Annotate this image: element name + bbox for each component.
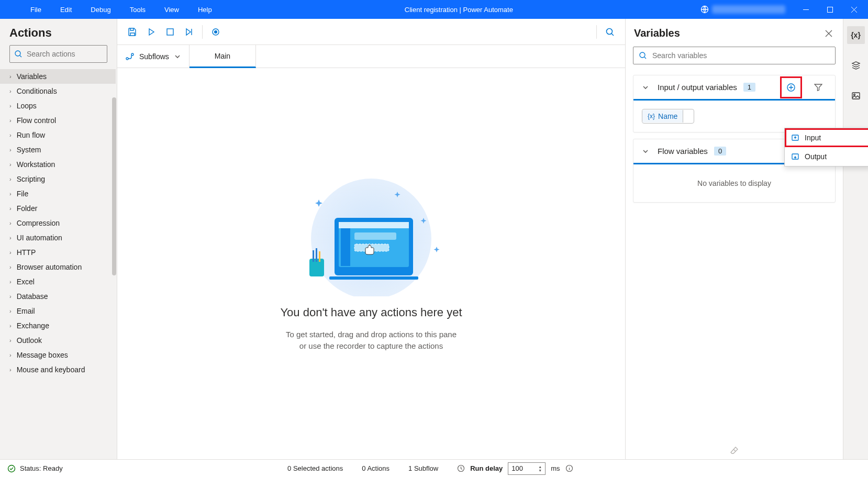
action-group-http[interactable]: ›HTTP [0, 245, 116, 260]
close-panel-icon[interactable] [823, 28, 834, 39]
actions-search-input[interactable] [27, 50, 118, 58]
action-group-email[interactable]: ›Email [0, 304, 116, 318]
actions-header: Actions [0, 19, 117, 45]
delay-spinner[interactable]: ▲▼ [538, 465, 542, 472]
filter-variables-button[interactable] [808, 77, 829, 98]
action-group-message-boxes[interactable]: ›Message boxes [0, 348, 116, 362]
action-group-compression[interactable]: ›Compression [0, 216, 116, 230]
action-group-mouse-keyboard[interactable]: ›Mouse and keyboard [0, 362, 116, 377]
minimize-button[interactable] [794, 0, 818, 19]
action-group-ui-automation[interactable]: ›UI automation [0, 230, 116, 245]
chevron-right-icon: › [9, 264, 12, 270]
subflows-icon [126, 52, 134, 61]
menu-view[interactable]: View [155, 0, 188, 19]
chevron-right-icon: › [9, 205, 12, 212]
menu-tools[interactable]: Tools [120, 0, 155, 19]
maximize-button[interactable] [818, 0, 842, 19]
action-group-excel[interactable]: ›Excel [0, 274, 116, 289]
action-group-conditionals[interactable]: ›Conditionals [0, 84, 116, 98]
menu-help[interactable]: Help [188, 0, 221, 19]
add-variable-button[interactable] [781, 77, 802, 98]
chevron-right-icon: › [9, 337, 12, 343]
action-group-scripting[interactable]: ›Scripting [0, 172, 116, 186]
subflows-label: Subflows [139, 52, 169, 61]
info-icon[interactable] [565, 464, 573, 472]
variables-search-input[interactable] [652, 51, 830, 60]
chevron-right-icon: › [9, 176, 12, 182]
environment-badge[interactable] [696, 4, 789, 15]
toolbar-separator [202, 25, 203, 39]
record-button[interactable] [207, 23, 225, 41]
action-group-flow-control[interactable]: ›Flow control [0, 113, 116, 128]
menu-edit[interactable]: Edit [51, 0, 81, 19]
chevron-down-icon[interactable] [640, 83, 651, 92]
chevron-right-icon: › [9, 147, 12, 153]
action-group-system[interactable]: ›System [0, 142, 116, 157]
chevron-right-icon: › [9, 103, 12, 109]
actions-panel: Actions ›Variables ›Conditionals ›Loops … [0, 19, 117, 459]
title-bar: File Edit Debug Tools View Help Client r… [0, 0, 868, 19]
variable-chip-name[interactable]: {x} Name [642, 109, 694, 124]
step-button[interactable] [180, 23, 198, 41]
designer-canvas[interactable]: You don't have any actions here yet To g… [117, 68, 625, 459]
subflow-tabs: Subflows Main [117, 45, 625, 68]
empty-state-title: You don't have any actions here yet [280, 306, 462, 319]
chevron-right-icon: › [9, 279, 12, 285]
window-controls [794, 0, 866, 19]
rail-images-button[interactable] [847, 87, 865, 105]
action-group-exchange[interactable]: ›Exchange [0, 318, 116, 333]
svg-rect-3 [167, 29, 173, 35]
run-delay-label: Run delay [470, 464, 503, 472]
add-output-variable[interactable]: Output [785, 147, 868, 166]
search-flow-button[interactable] [601, 23, 619, 41]
rail-variables-button[interactable]: {x} [847, 26, 865, 44]
io-variables-label: Input / output variables [658, 83, 737, 92]
io-variables-section: Input / output variables 1 {x} Name [633, 75, 836, 132]
svg-rect-20 [319, 251, 320, 262]
spinner-down-icon[interactable]: ▼ [538, 469, 542, 472]
variables-search[interactable] [633, 47, 836, 64]
right-rail: {x} [843, 19, 868, 459]
stop-button[interactable] [161, 23, 179, 41]
action-group-file[interactable]: ›File [0, 186, 116, 201]
run-delay-input[interactable]: 100 ▲▼ [508, 462, 546, 475]
eraser-icon[interactable] [730, 446, 739, 455]
chevron-down-icon[interactable] [640, 147, 651, 156]
run-button[interactable] [142, 23, 160, 41]
action-group-folder[interactable]: ›Folder [0, 201, 116, 216]
save-button[interactable] [124, 23, 141, 41]
actions-tree[interactable]: ›Variables ›Conditionals ›Loops ›Flow co… [0, 69, 117, 459]
action-group-outlook[interactable]: ›Outlook [0, 333, 116, 348]
close-button[interactable] [842, 0, 866, 19]
tab-main[interactable]: Main [190, 45, 256, 68]
input-icon [791, 134, 799, 142]
svg-point-8 [131, 53, 133, 56]
action-group-variables[interactable]: ›Variables [0, 69, 116, 84]
menu-file[interactable]: File [21, 0, 51, 19]
chevron-right-icon: › [9, 235, 12, 241]
flow-variables-count: 0 [714, 147, 726, 156]
subflows-dropdown[interactable]: Subflows [117, 45, 190, 68]
output-icon [791, 152, 799, 161]
status-actions-count: 0 Actions [362, 464, 390, 472]
rail-ui-elements-button[interactable] [847, 57, 865, 74]
chevron-right-icon: › [9, 352, 12, 358]
spinner-up-icon[interactable]: ▲ [538, 465, 542, 469]
action-group-database[interactable]: ›Database [0, 289, 116, 304]
action-group-run-flow[interactable]: ›Run flow [0, 128, 116, 142]
status-bar: Status: Ready 0 Selected actions 0 Actio… [0, 459, 868, 477]
svg-point-6 [607, 28, 613, 34]
action-group-browser-automation[interactable]: ›Browser automation [0, 260, 116, 274]
variable-chip-label: Name [658, 112, 677, 120]
action-group-workstation[interactable]: ›Workstation [0, 157, 116, 172]
chevron-right-icon: › [9, 220, 12, 226]
actions-scrollbar[interactable] [112, 97, 117, 459]
environment-name-redacted [712, 5, 785, 14]
action-group-loops[interactable]: ›Loops [0, 98, 116, 113]
menu-debug[interactable]: Debug [81, 0, 120, 19]
actions-search[interactable] [9, 45, 107, 63]
svg-point-5 [214, 30, 217, 34]
chevron-right-icon: › [9, 117, 12, 124]
add-input-variable[interactable]: Input [785, 128, 868, 147]
designer-toolbar [117, 19, 625, 45]
